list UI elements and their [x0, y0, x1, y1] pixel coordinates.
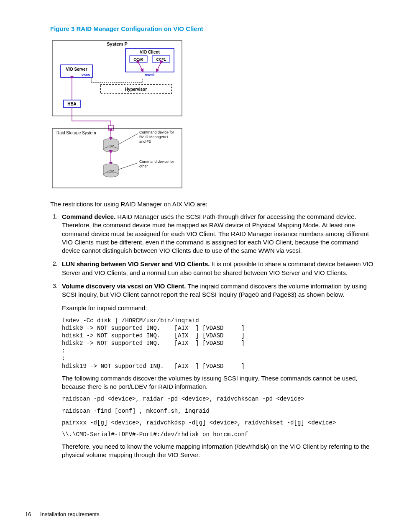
conclusion-text: Therefore, you need to know the volume m… [62, 442, 374, 460]
svg-text:other: other [139, 164, 148, 168]
figure-caption: Figure 3 RAID Manager Configuration on V… [50, 25, 374, 32]
section-title: Installation requirements [40, 511, 100, 517]
diagram-vio-client: VIO Client [140, 50, 160, 54]
item-number: 2. [50, 260, 62, 277]
diagram-vio-server: VIO Server [66, 67, 87, 72]
list-item: 3. Volume discovery via vscsi on VIO Cli… [50, 282, 374, 299]
item-number: 1. [50, 213, 62, 255]
svg-text:and #2: and #2 [139, 139, 151, 144]
svg-line-20 [118, 134, 138, 144]
item-bold: LUN sharing between VIO Server and VIO C… [62, 260, 210, 267]
page-footer: 16 Installation requirements [25, 511, 100, 517]
code-block-raidscan-pd: raidscan -pd <device>, raidar -pd <devic… [62, 395, 374, 403]
svg-text:RAID Manager#1: RAID Manager#1 [139, 135, 169, 139]
diagram-vscsi: vscsi [145, 73, 155, 77]
post-code-text: The following commands discover the volu… [62, 374, 374, 391]
diagram-cc1: CC#1 [156, 57, 166, 62]
svg-line-5 [157, 62, 161, 71]
diagram-cm2: -CM [107, 169, 115, 173]
diagram-raid-storage: Raid Storage System [56, 131, 96, 135]
diagram-hypervisor: Hypervisor [125, 87, 147, 92]
example-label: Example for inqraid command: [62, 304, 374, 312]
diagram-hba: HBA [67, 102, 77, 106]
code-block-cmd-serial: \\.\CMD-Serial#-LDEV#-Port#:/dev/rhdisk … [62, 431, 374, 438]
raid-diagram: System P VIO Client CC#0 CC#1 vscsi VIO … [50, 37, 374, 192]
diagram-cm1: -CM [107, 144, 115, 148]
list-item: 1. Command device. RAID Manager uses the… [50, 213, 374, 255]
svg-line-4 [138, 62, 143, 71]
code-block-raidscan-find: raidscan -find [conf] , mkconf.sh, inqra… [62, 407, 374, 415]
intro-text: The restrictions for using RAID Manager … [50, 200, 374, 208]
code-block-inqraid: lsdev -Cc disk | /HORCM/usr/bin/inqraid … [62, 317, 374, 370]
diagram-vscs: vscs [82, 73, 90, 77]
list-item: 2. LUN sharing between VIO Server and VI… [50, 260, 374, 277]
code-block-pairxxx: pairxxx -d[g] <device>, raidvchkdsp -d[g… [62, 419, 374, 427]
svg-text:Command device for: Command device for [139, 159, 174, 164]
item-bold: Command device. [62, 213, 115, 220]
page-number: 16 [25, 511, 31, 517]
diagram-cmd-dev-1a: Command device for [139, 130, 174, 134]
diagram-system-p: System P [107, 41, 128, 46]
diagram-cc0: CC#0 [133, 57, 143, 62]
item-bold: Volume discovery via vscsi on VIO Client… [62, 283, 186, 290]
item-number: 3. [50, 282, 62, 299]
svg-line-30 [118, 163, 138, 170]
